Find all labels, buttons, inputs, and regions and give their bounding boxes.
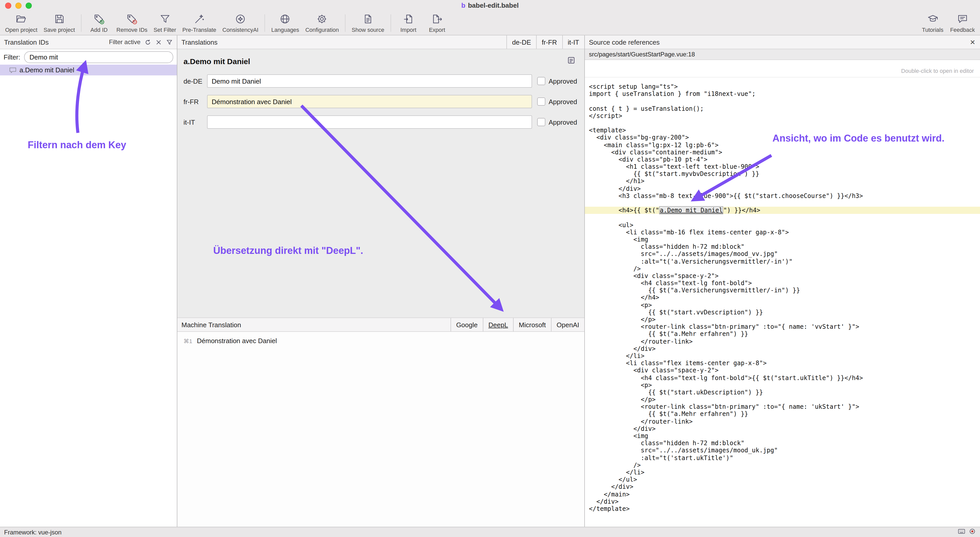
translation-input-it-IT[interactable]	[207, 115, 532, 129]
filter-input[interactable]	[24, 51, 173, 63]
tab-fr-FR[interactable]: fr-FR	[536, 35, 562, 49]
entry-title-row: a.Demo mit Daniel	[183, 56, 579, 66]
code-line: <div class="space-y-2">	[585, 367, 980, 374]
comment-bubble-icon	[9, 67, 16, 73]
approved-label: Approved	[549, 98, 577, 105]
toolbar-separator	[264, 14, 265, 32]
code-editor: Double-click to open in editor <script s…	[585, 60, 980, 527]
toolbar-separator	[81, 14, 81, 32]
toolbar-open-project[interactable]: Open project	[5, 13, 37, 33]
magic-wand-icon	[194, 13, 205, 26]
translation-input-de-DE[interactable]	[207, 74, 532, 88]
translation-row-it-IT: it-IT Approved	[183, 115, 579, 129]
toolbar-label: Pre-Translate	[182, 26, 216, 33]
toolbar-consistency-ai[interactable]: ConsistencyAI	[223, 13, 259, 33]
toolbar-save-project[interactable]: Save project	[44, 13, 75, 33]
clear-filter-icon[interactable]	[155, 38, 162, 46]
status-bar: Framework: vue-json	[0, 527, 980, 537]
code-line	[585, 98, 980, 105]
tab-de-DE[interactable]: de-DE	[506, 35, 536, 49]
toolbar: Open project Save project Add ID Remove …	[0, 11, 980, 35]
code-line: <template>	[585, 127, 980, 134]
toolbar-label: Show source	[352, 26, 384, 33]
code-line	[585, 199, 980, 207]
filter-icon[interactable]	[165, 38, 173, 46]
translations-panel: Translations de-DE fr-FR it-IT a.Demo mi…	[177, 35, 585, 527]
toolbar-show-source[interactable]: Show source	[352, 13, 384, 33]
code-line: <ul>	[585, 221, 980, 228]
code-line: </p>	[585, 396, 980, 403]
filter-active-label: Filter active	[109, 38, 140, 46]
toolbar-export[interactable]: Export	[426, 13, 448, 33]
toolbar-pre-translate[interactable]: Pre-Translate	[182, 13, 216, 33]
approved-checkbox[interactable]	[538, 77, 546, 85]
code-line: <main class="lg:px-12 lg:pb-6">	[585, 141, 980, 148]
tab-it-IT[interactable]: it-IT	[562, 35, 584, 49]
source-references-header: Source code references ✕	[585, 35, 980, 49]
toolbar-label: Feedback	[950, 26, 975, 33]
comment-note-icon[interactable]	[567, 56, 575, 66]
toolbar-languages[interactable]: Languages	[271, 13, 299, 33]
code-line: </div>	[585, 425, 980, 432]
code-line: <div class="space-y-2">	[585, 272, 980, 279]
language-tabs: de-DE fr-FR it-IT	[506, 35, 584, 49]
suggestion-text: Démonstration avec Daniel	[197, 337, 277, 345]
screen-record-icon[interactable]	[969, 528, 976, 536]
toolbar-separator	[345, 14, 345, 32]
list-item-translation-id[interactable]: a.Demo mit Daniel	[0, 65, 177, 75]
toolbar-remove-ids[interactable]: Remove IDs	[116, 13, 147, 33]
tab-google[interactable]: Google	[450, 318, 483, 331]
export-icon	[431, 13, 442, 26]
add-id-icon	[93, 13, 105, 26]
approved-checkbox[interactable]	[538, 118, 546, 126]
toolbar-label: ConsistencyAI	[223, 26, 259, 33]
close-panel-icon[interactable]: ✕	[965, 38, 980, 46]
code-line: src="../../assets/images/mood_vv.jpg"	[585, 250, 980, 258]
toolbar-label: Languages	[271, 26, 299, 33]
code-line: </h1>	[585, 178, 980, 185]
graduation-cap-icon	[927, 13, 938, 26]
toolbar-feedback[interactable]: Feedback	[950, 13, 975, 33]
code-line: <img	[585, 432, 980, 440]
code-line: <img	[585, 236, 980, 243]
translation-row-de-DE: de-DE Approved	[183, 74, 579, 88]
filter-icon	[159, 13, 170, 26]
babeledit-window: bbabel-edit.babel Open project Save proj…	[0, 0, 980, 537]
code-line	[585, 120, 980, 127]
code-line: <li class="flex items-center gap-x-8">	[585, 360, 980, 367]
toolbar-import[interactable]: Import	[397, 13, 420, 33]
toolbar-label: Save project	[44, 26, 75, 33]
code-line: </h4>	[585, 294, 980, 301]
approved-checkbox[interactable]	[538, 97, 546, 106]
code-line: </script>	[585, 112, 980, 120]
code-line: {{ $t("start.vvDescription") }}	[585, 309, 980, 316]
editor-hint: Double-click to open in editor	[585, 60, 980, 77]
code-line: {{ $t("a.Mehr erfahren") }}	[585, 411, 980, 418]
keyboard-icon[interactable]	[958, 528, 965, 536]
code-line: {{ $t("a.Mehr erfahren") }}	[585, 331, 980, 338]
toolbar-tutorials[interactable]: Tutorials	[921, 13, 944, 33]
highlighted-translation-key[interactable]: a.Demo mit Daniel	[659, 206, 724, 214]
filter-label: Filter:	[3, 53, 20, 61]
source-file-reference[interactable]: src/pages/start/GuestStartPage.vue:18	[585, 49, 980, 60]
app-logo-icon: b	[461, 2, 465, 9]
tab-openai[interactable]: OpenAI	[551, 318, 584, 331]
highlighted-code-line[interactable]: <h4>{{ $t("a.Demo mit Daniel") }}</h4>	[585, 207, 980, 214]
tab-deepl[interactable]: DeepL	[483, 318, 513, 331]
code-line: class="hidden h-72 md:block"	[585, 243, 980, 250]
toolbar-configuration[interactable]: Configuration	[305, 13, 339, 33]
feedback-bubble-icon	[957, 13, 968, 26]
toolbar-set-filter[interactable]: Set Filter	[154, 13, 176, 33]
toolbar-separator	[390, 14, 391, 32]
translation-input-fr-FR[interactable]	[207, 95, 532, 108]
refresh-filter-icon[interactable]	[144, 38, 151, 46]
toolbar-label: Remove IDs	[116, 26, 147, 33]
translation-ids-header: Translation IDs Filter active	[0, 35, 177, 49]
code-line: </template>	[585, 505, 980, 512]
tab-microsoft[interactable]: Microsoft	[513, 318, 551, 331]
globe-icon	[280, 13, 291, 26]
machine-translation-suggestion[interactable]: ⌘1 Démonstration avec Daniel	[183, 337, 578, 345]
toolbar-add-id[interactable]: Add ID	[88, 13, 110, 33]
code-line: />	[585, 462, 980, 469]
toolbar-label: Open project	[5, 26, 37, 33]
